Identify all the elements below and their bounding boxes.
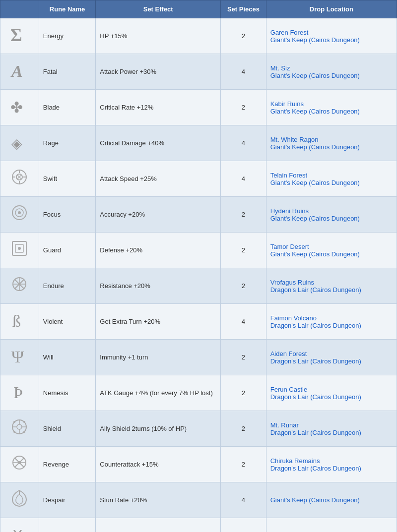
location-item: Giant's Keep (Cairos Dungeon) (270, 36, 393, 44)
svg-point-34 (23, 421, 25, 423)
table-row: SwiftAttack Speed +25%4Telain ForestGian… (0, 161, 397, 197)
set-pieces: 2 (221, 197, 266, 233)
location-item: Kabir Ruins (270, 100, 393, 108)
set-pieces: 2 (221, 90, 266, 125)
header-rune-name: Rune Name (39, 0, 95, 18)
drop-location: Telain ForestGiant's Keep (Cairos Dungeo… (266, 161, 397, 197)
location-item: Giant's Keep (Cairos Dungeon) (270, 179, 393, 186)
location-item: Giant's Keep (Cairos Dungeon) (270, 108, 393, 115)
table-row: DespairStun Rate +20%4Giant's Keep (Cair… (0, 482, 397, 518)
rune-icon-endure (0, 268, 39, 304)
rune-icon-guard (0, 233, 39, 268)
rune-name: Shield (39, 411, 95, 447)
location-item: Giant's Keep (Cairos Dungeon) (270, 143, 393, 151)
rune-icon-despair (0, 482, 39, 518)
drop-location: Mt. White RagonGiant's Keep (Cairos Dung… (266, 125, 397, 161)
drop-location: Tamor DesertGiant's Keep (Cairos Dungeon… (266, 233, 397, 268)
svg-text:Þ: Þ (13, 383, 23, 402)
rune-name: Violent (39, 304, 95, 340)
rune-icon-energy: Σ (0, 18, 39, 54)
location-item: Dragon's Lair (Cairos Dungeon) (270, 393, 393, 401)
location-item: Dragon's Lair (Cairos Dungeon) (270, 286, 393, 294)
table-row: ӾVampireLife Drain +35%4Dragon's Lair (C… (0, 518, 397, 532)
header-set-pieces: Set Pieces (221, 0, 266, 18)
location-item: Telain Forest (270, 172, 393, 179)
rune-icon-rage: ◈ (0, 125, 39, 161)
rune-icon-revenge (0, 447, 39, 482)
svg-point-32 (13, 421, 15, 423)
rune-icon-fatal: A (0, 54, 39, 90)
set-pieces: 2 (221, 268, 266, 304)
location-item: Vrofagus Ruins (270, 279, 393, 286)
location-item: Chiruka Remains (270, 457, 393, 465)
table-header: Rune Name Set Effect Set Pieces Drop Loc… (0, 0, 397, 18)
set-effect: ATK Gauge +4% (for every 7% HP lost) (96, 375, 221, 411)
location-item: Giant's Keep (Cairos Dungeon) (270, 215, 393, 222)
set-effect: Ally Shield 2turns (10% of HP) (96, 411, 221, 447)
rune-name: Swift (39, 161, 95, 197)
svg-text:◈: ◈ (11, 136, 22, 151)
set-pieces: 4 (221, 482, 266, 518)
location-item: Giant's Keep (Cairos Dungeon) (270, 496, 393, 504)
svg-point-35 (13, 431, 15, 433)
drop-location: Mt. SizGiant's Keep (Cairos Dungeon) (266, 54, 397, 90)
drop-location: Hydeni RuinsGiant's Keep (Cairos Dungeon… (266, 197, 397, 233)
drop-location: Dragon's Lair (Cairos Dungeon) (266, 518, 397, 532)
location-item: Garen Forest (270, 29, 393, 36)
rune-name: Revenge (39, 447, 95, 482)
set-effect: Counterattack +15% (96, 447, 221, 482)
header-icon (0, 0, 39, 18)
location-item: Dragon's Lair (Cairos Dungeon) (270, 357, 393, 365)
rune-name: Vampire (39, 518, 95, 532)
svg-point-27 (17, 424, 22, 429)
location-item: Mt. Siz (270, 64, 393, 72)
table-row: ßViolentGet Extra Turn +20%4Faimon Volca… (0, 304, 397, 340)
rune-icon-nemesis: Þ (0, 375, 39, 411)
location-item: Tamor Desert (270, 243, 393, 250)
location-item: Ferun Castle (270, 386, 393, 393)
location-item: Dragon's Lair (Cairos Dungeon) (270, 322, 393, 329)
set-pieces: 2 (221, 411, 266, 447)
svg-text:Ӿ: Ӿ (12, 528, 23, 532)
drop-location: Giant's Keep (Cairos Dungeon) (266, 482, 397, 518)
drop-location: Ferun CastleDragon's Lair (Cairos Dungeo… (266, 375, 397, 411)
svg-point-14 (18, 211, 21, 214)
rune-name: Energy (39, 18, 95, 54)
location-item: Mt. White Ragon (270, 136, 393, 143)
set-effect: Attack Speed +25% (96, 161, 221, 197)
set-effect: Critical Rate +12% (96, 90, 221, 125)
location-item: Faimon Volcano (270, 314, 393, 322)
table-row: ShieldAlly Shield 2turns (10% of HP)2Mt.… (0, 411, 397, 447)
location-item: Dragon's Lair (Cairos Dungeon) (270, 429, 393, 436)
svg-text:Ψ: Ψ (11, 348, 24, 366)
rune-icon-will: Ψ (0, 340, 39, 375)
set-effect: Crticial Damage +40% (96, 125, 221, 161)
table-row: GuardDefense +20%2Tamor DesertGiant's Ke… (0, 233, 397, 268)
set-pieces: 2 (221, 18, 266, 54)
set-pieces: 4 (221, 304, 266, 340)
set-effect: Immunity +1 turn (96, 340, 221, 375)
table-row: RevengeCounterattack +15%2Chiruka Remain… (0, 447, 397, 482)
set-pieces: 2 (221, 340, 266, 375)
header-drop-location: Drop Location (266, 0, 397, 18)
rune-name: Despair (39, 482, 95, 518)
location-item: Aiden Forest (270, 350, 393, 357)
rune-name: Nemesis (39, 375, 95, 411)
rune-icon-focus (0, 197, 39, 233)
table-row: ✤BladeCritical Rate +12%2Kabir RuinsGian… (0, 90, 397, 125)
rune-table: Rune Name Set Effect Set Pieces Drop Loc… (0, 0, 397, 532)
set-effect: Get Extra Turn +20% (96, 304, 221, 340)
header-set-effect: Set Effect (96, 0, 221, 18)
set-effect: Stun Rate +20% (96, 482, 221, 518)
rune-name: Blade (39, 90, 95, 125)
svg-text:ß: ß (12, 312, 21, 330)
set-pieces: 2 (221, 233, 266, 268)
location-item: Giant's Keep (Cairos Dungeon) (270, 250, 393, 258)
location-item: Giant's Keep (Cairos Dungeon) (270, 72, 393, 79)
set-effect: Defense +20% (96, 233, 221, 268)
svg-text:✤: ✤ (10, 99, 23, 116)
rune-name: Rage (39, 125, 95, 161)
location-item: Hydeni Ruins (270, 207, 393, 215)
drop-location: Kabir RuinsGiant's Keep (Cairos Dungeon) (266, 90, 397, 125)
svg-point-40 (18, 461, 21, 464)
